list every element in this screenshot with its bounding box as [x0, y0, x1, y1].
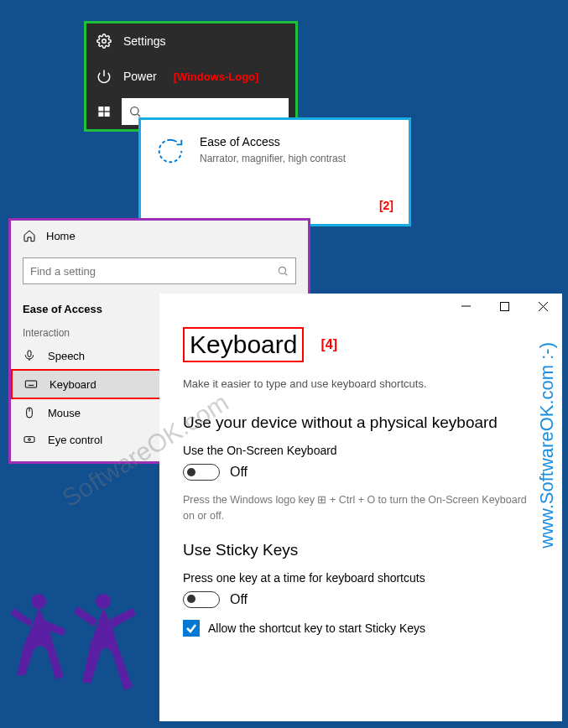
- main-content: Keyboard [4] Make it easier to type and …: [159, 294, 562, 721]
- onscreen-keyboard-label: Use the On-Screen Keyboard: [183, 444, 539, 457]
- sidebar-item-home[interactable]: Home: [11, 221, 308, 251]
- settings-label: Settings: [123, 34, 166, 48]
- power-menu-item[interactable]: Power [Windows-Logo]: [86, 59, 295, 94]
- svg-rect-10: [28, 351, 31, 356]
- annotation-2: [2]: [379, 199, 393, 212]
- keyboard-icon: [24, 377, 38, 391]
- toggle-state: Off: [230, 465, 248, 480]
- home-label: Home: [46, 230, 76, 242]
- sticky-shortcut-checkbox[interactable]: [183, 620, 200, 637]
- check-icon: [185, 622, 197, 634]
- search-icon: [128, 105, 142, 118]
- svg-rect-22: [500, 302, 508, 310]
- svg-rect-19: [24, 437, 34, 443]
- sidebar-item-label: Eye control: [48, 434, 102, 446]
- svg-rect-5: [105, 112, 110, 117]
- svg-rect-11: [25, 381, 36, 387]
- svg-rect-2: [98, 107, 103, 111]
- section-heading-onscreen: Use your device without a physical keybo…: [183, 413, 539, 432]
- search-icon: [277, 265, 289, 277]
- onscreen-keyboard-toggle[interactable]: [183, 464, 220, 481]
- window-titlebar: [159, 294, 562, 319]
- dancer-decoration: [7, 583, 149, 713]
- power-label: Power: [123, 70, 157, 83]
- home-icon: [23, 229, 36, 242]
- eoa-subtitle: Narrator, magnifier, high contrast: [200, 152, 346, 166]
- svg-rect-4: [98, 112, 103, 117]
- svg-point-25: [31, 594, 46, 609]
- sidebar-item-label: Keyboard: [50, 378, 96, 391]
- ease-of-access-tile[interactable]: Ease of Access Narrator, magnifier, high…: [138, 117, 411, 226]
- close-button[interactable]: [524, 294, 562, 319]
- svg-rect-3: [105, 107, 110, 111]
- windows-start-button[interactable]: [86, 94, 122, 129]
- minimize-button[interactable]: [446, 294, 485, 319]
- settings-menu-item[interactable]: Settings: [86, 23, 295, 59]
- eye-icon: [23, 433, 36, 446]
- sticky-shortcut-label: Allow the shortcut key to start Sticky K…: [208, 621, 425, 635]
- watermark-side: www.SoftwareOK.com :-): [536, 342, 558, 549]
- sidebar-item-label: Mouse: [48, 407, 81, 419]
- microphone-icon: [23, 349, 36, 362]
- sidebar-search[interactable]: [23, 257, 296, 284]
- power-icon: [96, 69, 112, 84]
- svg-point-20: [29, 439, 31, 441]
- sidebar-item-label: Speech: [48, 350, 85, 362]
- sidebar-search-input[interactable]: [30, 265, 277, 278]
- svg-point-0: [102, 39, 107, 44]
- svg-point-6: [131, 107, 138, 115]
- sticky-keys-toggle[interactable]: [183, 591, 220, 608]
- annotation-windows-logo: [Windows-Logo]: [174, 70, 259, 83]
- eoa-title: Ease of Access: [200, 135, 346, 148]
- ease-of-access-icon: [154, 135, 186, 167]
- svg-line-7: [138, 114, 140, 117]
- svg-point-26: [96, 594, 111, 609]
- onscreen-keyboard-hint: Press the Windows logo key ⊞ + Ctrl + O …: [183, 492, 539, 524]
- toggle-state: Off: [230, 592, 248, 607]
- svg-point-8: [279, 267, 285, 273]
- mouse-icon: [23, 406, 36, 419]
- page-subtitle: Make it easier to type and use keyboard …: [183, 377, 539, 390]
- start-menu-panel: Settings Power [Windows-Logo]: [84, 21, 298, 132]
- sticky-keys-label: Press one key at a time for keyboard sho…: [183, 571, 539, 585]
- section-heading-sticky: Use Sticky Keys: [183, 541, 539, 559]
- svg-line-9: [285, 273, 288, 276]
- gear-icon: [96, 34, 112, 49]
- maximize-button[interactable]: [485, 294, 524, 319]
- annotation-4: [4]: [320, 337, 337, 352]
- page-title: Keyboard: [183, 327, 304, 362]
